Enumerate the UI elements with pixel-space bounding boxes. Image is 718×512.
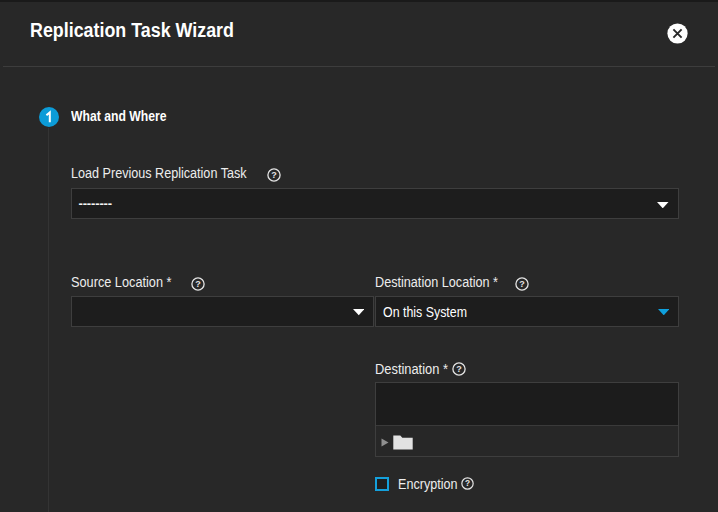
svg-text:?: ? <box>195 279 201 289</box>
svg-text:?: ? <box>456 364 462 374</box>
svg-text:?: ? <box>271 170 277 180</box>
svg-text:?: ? <box>519 279 525 289</box>
svg-text:?: ? <box>464 478 469 488</box>
